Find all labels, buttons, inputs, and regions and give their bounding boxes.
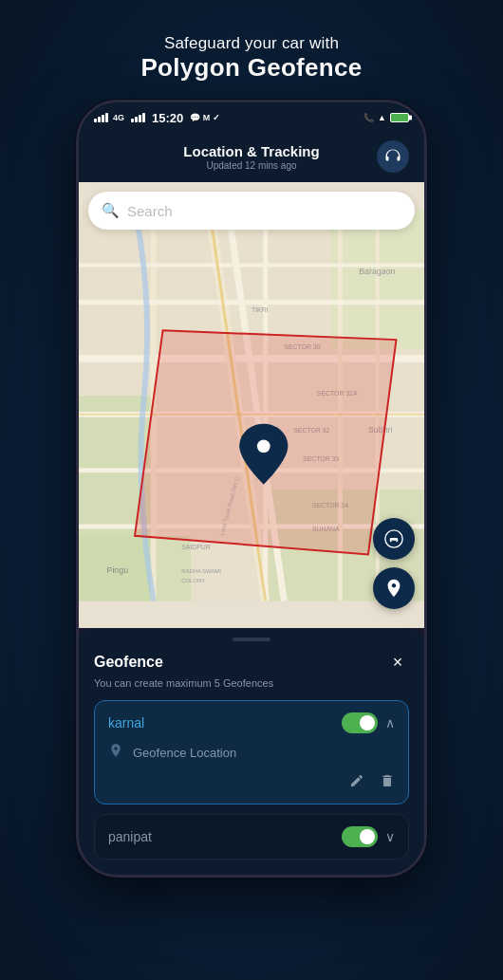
panel-close-button[interactable]: × xyxy=(386,651,409,674)
svg-rect-3 xyxy=(79,536,191,601)
geofence-name-panipat: panipat xyxy=(108,829,152,844)
geofence-toggle-karnal[interactable] xyxy=(342,712,378,733)
geofence-item-header-karnal: karnal ∧ xyxy=(108,712,395,733)
headphone-icon xyxy=(384,148,401,165)
signal-bars-2 xyxy=(131,113,145,122)
geofence-item-karnal: karnal ∧ Geofence Location xyxy=(94,700,409,804)
geofence-location-label: Geofence Location xyxy=(133,746,236,760)
location-pin-icon xyxy=(108,743,123,762)
geofence-actions-karnal xyxy=(108,773,395,792)
svg-text:TIKRI: TIKRI xyxy=(252,306,269,313)
status-left: 4G 15:20 💬 M ✓ xyxy=(94,111,220,125)
panel-subtitle: You can create maximum 5 Geofences xyxy=(94,677,409,689)
phone-frame: 4G 15:20 💬 M ✓ 📞 ▲ Location & Tracking U… xyxy=(76,100,427,878)
signal-bars xyxy=(94,113,108,122)
status-bar: 4G 15:20 💬 M ✓ 📞 ▲ xyxy=(79,102,424,133)
app-subtitle: Updated 12 mins ago xyxy=(126,160,377,171)
svg-point-35 xyxy=(257,439,270,453)
location-icon xyxy=(108,743,123,758)
pin-location-button[interactable] xyxy=(373,567,415,609)
geofence-location-karnal: Geofence Location xyxy=(108,743,395,762)
phone-icon: 📞 xyxy=(363,113,374,122)
geofence-controls-panipat: ∨ xyxy=(342,826,395,847)
svg-text:COLONY: COLONY xyxy=(181,578,205,583)
svg-text:Pingu: Pingu xyxy=(107,565,129,575)
search-icon: 🔍 xyxy=(102,202,120,219)
panel-handle xyxy=(233,638,270,641)
edit-svg-icon xyxy=(349,773,364,788)
geofence-panel: Geofence × You can create maximum 5 Geof… xyxy=(79,628,424,875)
geofence-item-panipat: panipat ∨ xyxy=(94,814,409,860)
search-placeholder: Search xyxy=(127,203,173,219)
map-area[interactable]: Pingu SAIDPUR RADHA SWAMI COLONY SECTOR … xyxy=(79,182,424,628)
search-bar[interactable]: 🔍 Search xyxy=(88,192,415,230)
headline-title: Polygon Geofence xyxy=(140,53,362,83)
geofence-controls-karnal: ∧ xyxy=(342,712,395,733)
signal-type: 4G xyxy=(113,113,124,122)
svg-text:RADHA SWAMI: RADHA SWAMI xyxy=(181,568,221,574)
car-location-button[interactable] xyxy=(373,518,415,560)
support-button[interactable] xyxy=(377,140,409,173)
wifi-icon: ▲ xyxy=(378,113,386,122)
map-button-group xyxy=(373,518,415,609)
pin-icon xyxy=(383,578,404,599)
header-title-block: Location & Tracking Updated 12 mins ago xyxy=(126,143,377,171)
status-icons-right: 📞 ▲ xyxy=(363,113,409,122)
panel-header: Geofence × xyxy=(94,651,409,674)
svg-text:Baragaon: Baragaon xyxy=(359,267,395,276)
status-notif: 💬 M ✓ xyxy=(190,113,220,122)
headline-block: Safeguard your car with Polygon Geofence xyxy=(140,34,362,83)
status-time: 15:20 xyxy=(152,111,183,125)
geofence-toggle-panipat[interactable] xyxy=(342,826,378,847)
chevron-down-icon-panipat[interactable]: ∨ xyxy=(385,829,395,844)
trash-svg-icon xyxy=(380,773,395,788)
battery-icon xyxy=(390,113,409,122)
app-title: Location & Tracking xyxy=(126,143,377,159)
chevron-up-icon-karnal[interactable]: ∧ xyxy=(385,715,395,730)
edit-icon[interactable] xyxy=(349,773,364,792)
panel-title: Geofence xyxy=(94,654,163,671)
delete-icon[interactable] xyxy=(380,773,395,792)
app-header: Location & Tracking Updated 12 mins ago xyxy=(79,133,424,182)
geofence-name-karnal: karnal xyxy=(108,715,144,730)
car-icon xyxy=(383,528,404,549)
headline-subtitle: Safeguard your car with xyxy=(140,34,362,53)
svg-text:SAIDPUR: SAIDPUR xyxy=(181,544,211,550)
